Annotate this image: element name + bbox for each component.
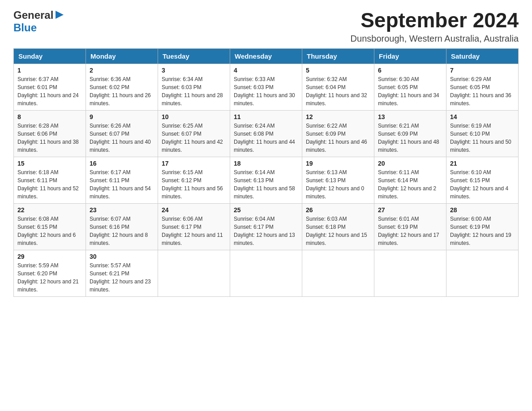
calendar-cell: 14 Sunrise: 6:19 AMSunset: 6:10 PMDaylig… [446, 110, 519, 157]
day-number: 26 [306, 206, 370, 214]
day-info: Sunrise: 6:34 AMSunset: 6:03 PMDaylight:… [162, 76, 223, 107]
day-number: 28 [450, 206, 515, 214]
logo-general-text: General [13, 9, 53, 21]
weekday-header-sunday: Sunday [14, 48, 86, 64]
day-number: 16 [90, 160, 154, 167]
day-number: 6 [378, 67, 442, 74]
calendar-cell: 17 Sunrise: 6:15 AMSunset: 6:12 PMDaylig… [158, 157, 230, 203]
day-number: 14 [450, 113, 515, 120]
calendar-cell: 16 Sunrise: 6:17 AMSunset: 6:11 PMDaylig… [86, 157, 158, 203]
calendar-cell: 28 Sunrise: 6:00 AMSunset: 6:19 PMDaylig… [446, 203, 519, 250]
calendar-week-row: 8 Sunrise: 6:28 AMSunset: 6:06 PMDayligh… [14, 110, 519, 157]
day-info: Sunrise: 6:19 AMSunset: 6:10 PMDaylight:… [450, 123, 511, 153]
day-info: Sunrise: 6:06 AMSunset: 6:17 PMDaylight:… [162, 216, 223, 246]
day-info: Sunrise: 6:10 AMSunset: 6:15 PMDaylight:… [450, 169, 508, 200]
calendar-cell: 24 Sunrise: 6:06 AMSunset: 6:17 PMDaylig… [158, 203, 230, 250]
day-info: Sunrise: 6:22 AMSunset: 6:09 PMDaylight:… [306, 123, 367, 153]
calendar-cell: 9 Sunrise: 6:26 AMSunset: 6:07 PMDayligh… [86, 110, 158, 157]
calendar-cell: 21 Sunrise: 6:10 AMSunset: 6:15 PMDaylig… [446, 157, 519, 203]
svg-marker-0 [56, 11, 64, 19]
calendar-cell: 8 Sunrise: 6:28 AMSunset: 6:06 PMDayligh… [14, 110, 86, 157]
day-info: Sunrise: 6:37 AMSunset: 6:01 PMDaylight:… [17, 76, 79, 107]
weekday-header-saturday: Saturday [446, 48, 519, 64]
calendar-cell [446, 250, 519, 296]
calendar-cell [158, 250, 230, 296]
day-info: Sunrise: 6:08 AMSunset: 6:15 PMDaylight:… [17, 216, 76, 246]
day-number: 10 [162, 113, 226, 120]
day-info: Sunrise: 6:03 AMSunset: 6:18 PMDaylight:… [306, 216, 367, 246]
day-info: Sunrise: 6:26 AMSunset: 6:07 PMDaylight:… [90, 123, 151, 153]
day-number: 5 [306, 67, 370, 74]
calendar-cell: 27 Sunrise: 6:01 AMSunset: 6:19 PMDaylig… [374, 203, 446, 250]
day-info: Sunrise: 6:07 AMSunset: 6:16 PMDaylight:… [90, 216, 148, 246]
calendar-cell: 15 Sunrise: 6:18 AMSunset: 6:11 PMDaylig… [14, 157, 86, 203]
day-info: Sunrise: 6:00 AMSunset: 6:19 PMDaylight:… [450, 216, 511, 246]
day-number: 7 [450, 67, 515, 74]
calendar-cell: 6 Sunrise: 6:30 AMSunset: 6:05 PMDayligh… [374, 64, 446, 110]
day-number: 27 [378, 206, 442, 214]
logo-arrow-icon [55, 10, 64, 21]
weekday-header-row: SundayMondayTuesdayWednesdayThursdayFrid… [14, 48, 519, 64]
day-info: Sunrise: 6:17 AMSunset: 6:11 PMDaylight:… [90, 169, 151, 200]
day-info: Sunrise: 5:59 AMSunset: 6:20 PMDaylight:… [17, 262, 79, 293]
calendar-cell: 2 Sunrise: 6:36 AMSunset: 6:02 PMDayligh… [86, 64, 158, 110]
day-number: 19 [306, 160, 370, 167]
day-info: Sunrise: 6:28 AMSunset: 6:06 PMDaylight:… [17, 123, 79, 153]
day-info: Sunrise: 6:13 AMSunset: 6:13 PMDaylight:… [306, 169, 364, 200]
day-info: Sunrise: 5:57 AMSunset: 6:21 PMDaylight:… [90, 262, 151, 293]
day-number: 4 [234, 67, 298, 74]
day-info: Sunrise: 6:15 AMSunset: 6:12 PMDaylight:… [162, 169, 223, 200]
day-info: Sunrise: 6:11 AMSunset: 6:14 PMDaylight:… [378, 169, 436, 200]
day-number: 2 [90, 67, 154, 74]
calendar-cell: 12 Sunrise: 6:22 AMSunset: 6:09 PMDaylig… [302, 110, 374, 157]
day-number: 25 [234, 206, 298, 214]
calendar-cell: 25 Sunrise: 6:04 AMSunset: 6:17 PMDaylig… [230, 203, 302, 250]
calendar-cell [302, 250, 374, 296]
calendar-week-row: 1 Sunrise: 6:37 AMSunset: 6:01 PMDayligh… [14, 64, 519, 110]
calendar-cell: 4 Sunrise: 6:33 AMSunset: 6:03 PMDayligh… [230, 64, 302, 110]
calendar-cell: 26 Sunrise: 6:03 AMSunset: 6:18 PMDaylig… [302, 203, 374, 250]
day-info: Sunrise: 6:32 AMSunset: 6:04 PMDaylight:… [306, 76, 367, 107]
day-number: 8 [17, 113, 82, 120]
calendar-cell: 29 Sunrise: 5:59 AMSunset: 6:20 PMDaylig… [14, 250, 86, 296]
calendar-cell: 18 Sunrise: 6:14 AMSunset: 6:13 PMDaylig… [230, 157, 302, 203]
calendar-cell: 23 Sunrise: 6:07 AMSunset: 6:16 PMDaylig… [86, 203, 158, 250]
calendar-cell: 7 Sunrise: 6:29 AMSunset: 6:05 PMDayligh… [446, 64, 519, 110]
day-number: 3 [162, 67, 226, 74]
weekday-header-thursday: Thursday [302, 48, 374, 64]
calendar-subtitle: Dunsborough, Western Australia, Australi… [351, 34, 519, 44]
day-info: Sunrise: 6:01 AMSunset: 6:19 PMDaylight:… [378, 216, 439, 246]
day-number: 17 [162, 160, 226, 167]
calendar-week-row: 22 Sunrise: 6:08 AMSunset: 6:15 PMDaylig… [14, 203, 519, 250]
calendar-cell [230, 250, 302, 296]
calendar-cell: 1 Sunrise: 6:37 AMSunset: 6:01 PMDayligh… [14, 64, 86, 110]
day-number: 29 [17, 253, 82, 260]
weekday-header-friday: Friday [374, 48, 446, 64]
day-number: 20 [378, 160, 442, 167]
calendar-cell: 22 Sunrise: 6:08 AMSunset: 6:15 PMDaylig… [14, 203, 86, 250]
day-info: Sunrise: 6:21 AMSunset: 6:09 PMDaylight:… [378, 123, 439, 153]
calendar-cell: 3 Sunrise: 6:34 AMSunset: 6:03 PMDayligh… [158, 64, 230, 110]
day-number: 21 [450, 160, 515, 167]
day-number: 22 [17, 206, 82, 214]
day-number: 11 [234, 113, 298, 120]
weekday-header-monday: Monday [86, 48, 158, 64]
page-header: General Blue September 2024 Dunsborough,… [13, 9, 519, 44]
day-info: Sunrise: 6:36 AMSunset: 6:02 PMDaylight:… [90, 76, 151, 107]
day-info: Sunrise: 6:30 AMSunset: 6:05 PMDaylight:… [378, 76, 439, 107]
day-number: 24 [162, 206, 226, 214]
calendar-week-row: 29 Sunrise: 5:59 AMSunset: 6:20 PMDaylig… [14, 250, 519, 296]
day-number: 13 [378, 113, 442, 120]
day-info: Sunrise: 6:25 AMSunset: 6:07 PMDaylight:… [162, 123, 223, 153]
day-number: 23 [90, 206, 154, 214]
calendar-cell: 5 Sunrise: 6:32 AMSunset: 6:04 PMDayligh… [302, 64, 374, 110]
day-number: 15 [17, 160, 82, 167]
day-number: 12 [306, 113, 370, 120]
calendar-cell [374, 250, 446, 296]
logo: General Blue [13, 9, 64, 34]
logo-blue-text: Blue [13, 21, 37, 34]
day-number: 18 [234, 160, 298, 167]
day-number: 9 [90, 113, 154, 120]
day-info: Sunrise: 6:14 AMSunset: 6:13 PMDaylight:… [234, 169, 295, 200]
weekday-header-tuesday: Tuesday [158, 48, 230, 64]
